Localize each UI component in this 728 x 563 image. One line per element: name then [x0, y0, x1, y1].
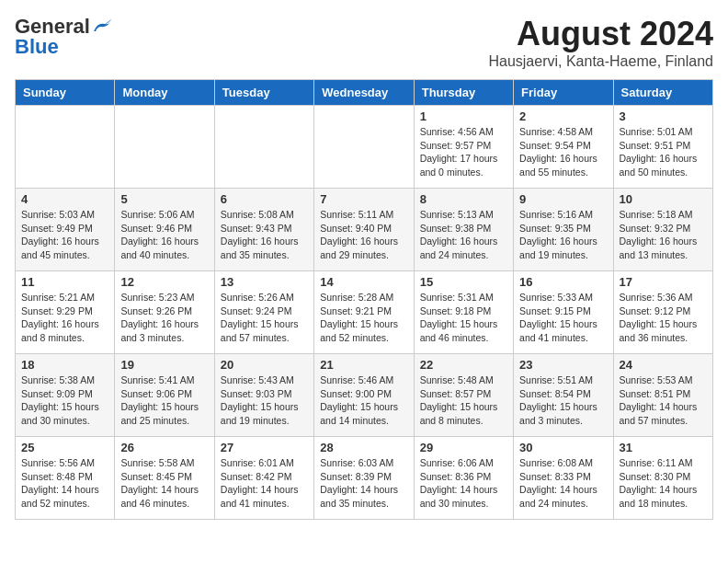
day-info: Sunrise: 4:58 AM Sunset: 9:54 PM Dayligh… [519, 125, 607, 179]
logo-blue-text: Blue [15, 35, 59, 59]
table-row: 16Sunrise: 5:33 AM Sunset: 9:15 PM Dayli… [514, 271, 613, 354]
table-row: 28Sunrise: 6:03 AM Sunset: 8:39 PM Dayli… [314, 437, 414, 520]
table-row: 10Sunrise: 5:18 AM Sunset: 9:32 PM Dayli… [613, 189, 712, 271]
day-number: 29 [420, 441, 507, 454]
day-number: 2 [519, 109, 607, 123]
day-info: Sunrise: 5:41 AM Sunset: 9:06 PM Dayligh… [120, 373, 208, 428]
day-number: 8 [420, 192, 507, 206]
table-row [314, 106, 414, 189]
table-row: 1Sunrise: 4:56 AM Sunset: 9:57 PM Daylig… [414, 106, 513, 189]
month-title: August 2024 [488, 15, 713, 53]
day-number: 10 [620, 192, 707, 206]
day-info: Sunrise: 5:51 AM Sunset: 8:54 PM Dayligh… [519, 373, 607, 428]
calendar-week-row: 25Sunrise: 5:56 AM Sunset: 8:48 PM Dayli… [16, 437, 713, 520]
calendar-week-row: 11Sunrise: 5:21 AM Sunset: 9:29 PM Dayli… [16, 271, 713, 354]
header-tuesday: Tuesday [214, 80, 313, 106]
day-number: 6 [221, 192, 308, 206]
location-title: Hausjaervi, Kanta-Haeme, Finland [488, 53, 713, 70]
day-number: 19 [120, 358, 208, 372]
table-row: 11Sunrise: 5:21 AM Sunset: 9:29 PM Dayli… [16, 271, 115, 354]
table-row [214, 106, 313, 189]
day-number: 31 [620, 441, 707, 454]
calendar-week-row: 4Sunrise: 5:03 AM Sunset: 9:49 PM Daylig… [16, 189, 713, 271]
table-row: 18Sunrise: 5:38 AM Sunset: 9:09 PM Dayli… [16, 354, 115, 437]
table-row: 26Sunrise: 5:58 AM Sunset: 8:45 PM Dayli… [115, 437, 214, 520]
table-row: 4Sunrise: 5:03 AM Sunset: 9:49 PM Daylig… [16, 189, 115, 271]
table-row: 25Sunrise: 5:56 AM Sunset: 8:48 PM Dayli… [16, 437, 115, 520]
header-monday: Monday [115, 80, 214, 106]
table-row: 2Sunrise: 4:58 AM Sunset: 9:54 PM Daylig… [514, 106, 613, 189]
day-number: 7 [320, 192, 407, 206]
table-row: 14Sunrise: 5:28 AM Sunset: 9:21 PM Dayli… [314, 271, 414, 354]
day-info: Sunrise: 5:28 AM Sunset: 9:21 PM Dayligh… [320, 291, 407, 345]
day-number: 16 [519, 275, 607, 289]
day-number: 15 [420, 275, 507, 289]
table-row: 13Sunrise: 5:26 AM Sunset: 9:24 PM Dayli… [214, 271, 313, 354]
day-info: Sunrise: 5:58 AM Sunset: 8:45 PM Dayligh… [120, 456, 208, 511]
table-row: 7Sunrise: 5:11 AM Sunset: 9:40 PM Daylig… [314, 189, 414, 271]
title-area: August 2024 Hausjaervi, Kanta-Haeme, Fin… [488, 15, 713, 70]
table-row: 31Sunrise: 6:11 AM Sunset: 8:30 PM Dayli… [613, 437, 712, 520]
day-info: Sunrise: 5:11 AM Sunset: 9:40 PM Dayligh… [320, 208, 407, 262]
table-row: 23Sunrise: 5:51 AM Sunset: 8:54 PM Dayli… [514, 354, 613, 437]
header-saturday: Saturday [613, 80, 712, 106]
day-info: Sunrise: 5:01 AM Sunset: 9:51 PM Dayligh… [620, 125, 707, 179]
day-number: 17 [620, 275, 707, 289]
day-info: Sunrise: 5:16 AM Sunset: 9:35 PM Dayligh… [519, 208, 607, 262]
table-row: 17Sunrise: 5:36 AM Sunset: 9:12 PM Dayli… [613, 271, 712, 354]
day-number: 18 [21, 358, 108, 372]
day-number: 13 [221, 275, 308, 289]
day-info: Sunrise: 6:01 AM Sunset: 8:42 PM Dayligh… [221, 456, 308, 511]
header-friday: Friday [514, 80, 613, 106]
day-number: 12 [120, 275, 208, 289]
day-number: 26 [120, 441, 208, 454]
day-number: 1 [420, 109, 507, 123]
day-info: Sunrise: 6:03 AM Sunset: 8:39 PM Dayligh… [320, 456, 407, 511]
table-row [115, 106, 214, 189]
day-info: Sunrise: 5:23 AM Sunset: 9:26 PM Dayligh… [120, 291, 208, 345]
day-number: 28 [320, 441, 407, 454]
header-sunday: Sunday [16, 80, 115, 106]
table-row: 19Sunrise: 5:41 AM Sunset: 9:06 PM Dayli… [115, 354, 214, 437]
day-number: 5 [120, 192, 208, 206]
calendar-week-row: 18Sunrise: 5:38 AM Sunset: 9:09 PM Dayli… [16, 354, 713, 437]
table-row: 21Sunrise: 5:46 AM Sunset: 9:00 PM Dayli… [314, 354, 414, 437]
table-row: 29Sunrise: 6:06 AM Sunset: 8:36 PM Dayli… [414, 437, 513, 520]
calendar-week-row: 1Sunrise: 4:56 AM Sunset: 9:57 PM Daylig… [16, 106, 713, 189]
calendar-header-row: Sunday Monday Tuesday Wednesday Thursday… [16, 80, 713, 106]
day-info: Sunrise: 5:33 AM Sunset: 9:15 PM Dayligh… [519, 291, 607, 345]
day-info: Sunrise: 5:03 AM Sunset: 9:49 PM Dayligh… [21, 208, 108, 262]
table-row: 9Sunrise: 5:16 AM Sunset: 9:35 PM Daylig… [514, 189, 613, 271]
table-row: 20Sunrise: 5:43 AM Sunset: 9:03 PM Dayli… [214, 354, 313, 437]
table-row: 3Sunrise: 5:01 AM Sunset: 9:51 PM Daylig… [613, 106, 712, 189]
day-number: 3 [620, 109, 707, 123]
day-info: Sunrise: 6:11 AM Sunset: 8:30 PM Dayligh… [620, 456, 707, 511]
table-row: 15Sunrise: 5:31 AM Sunset: 9:18 PM Dayli… [414, 271, 513, 354]
page-header: General Blue August 2024 Hausjaervi, Kan… [15, 15, 713, 70]
header-wednesday: Wednesday [314, 80, 414, 106]
day-info: Sunrise: 5:36 AM Sunset: 9:12 PM Dayligh… [620, 291, 707, 345]
header-thursday: Thursday [414, 80, 513, 106]
day-number: 21 [320, 358, 407, 372]
day-number: 23 [519, 358, 607, 372]
table-row: 30Sunrise: 6:08 AM Sunset: 8:33 PM Dayli… [514, 437, 613, 520]
table-row: 27Sunrise: 6:01 AM Sunset: 8:42 PM Dayli… [214, 437, 313, 520]
day-info: Sunrise: 5:08 AM Sunset: 9:43 PM Dayligh… [221, 208, 308, 262]
calendar-table: Sunday Monday Tuesday Wednesday Thursday… [15, 79, 713, 520]
table-row: 8Sunrise: 5:13 AM Sunset: 9:38 PM Daylig… [414, 189, 513, 271]
day-info: Sunrise: 6:06 AM Sunset: 8:36 PM Dayligh… [420, 456, 507, 511]
day-number: 14 [320, 275, 407, 289]
day-number: 24 [620, 358, 707, 372]
table-row: 12Sunrise: 5:23 AM Sunset: 9:26 PM Dayli… [115, 271, 214, 354]
day-number: 25 [21, 441, 108, 454]
table-row: 5Sunrise: 5:06 AM Sunset: 9:46 PM Daylig… [115, 189, 214, 271]
day-info: Sunrise: 5:18 AM Sunset: 9:32 PM Dayligh… [620, 208, 707, 262]
logo: General Blue [15, 15, 112, 59]
day-info: Sunrise: 5:43 AM Sunset: 9:03 PM Dayligh… [221, 373, 308, 428]
day-number: 30 [519, 441, 607, 454]
table-row: 22Sunrise: 5:48 AM Sunset: 8:57 PM Dayli… [414, 354, 513, 437]
day-info: Sunrise: 5:06 AM Sunset: 9:46 PM Dayligh… [120, 208, 208, 262]
table-row: 6Sunrise: 5:08 AM Sunset: 9:43 PM Daylig… [214, 189, 313, 271]
day-info: Sunrise: 5:38 AM Sunset: 9:09 PM Dayligh… [21, 373, 108, 428]
day-number: 4 [21, 192, 108, 206]
